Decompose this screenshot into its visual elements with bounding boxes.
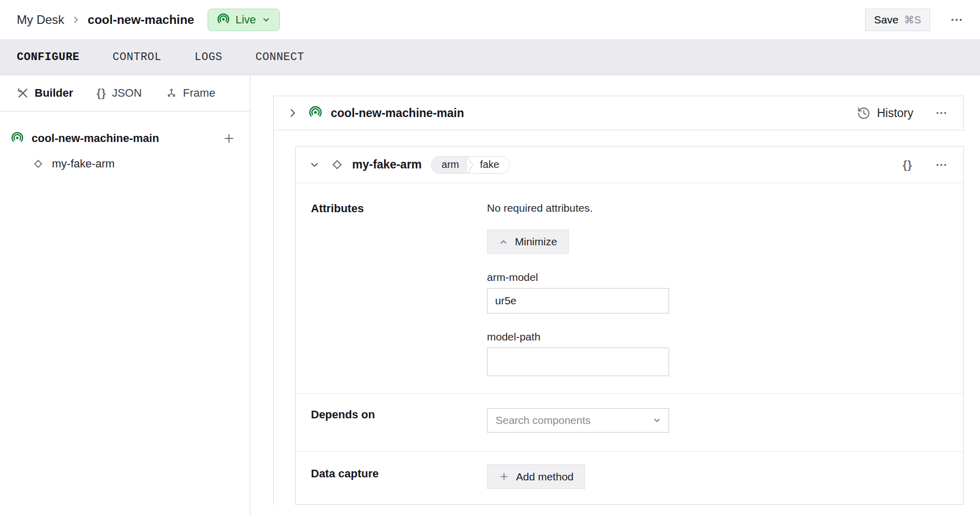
component-card-actions: {} (901, 156, 950, 174)
badge-divider-chevron (467, 157, 474, 173)
top-bar-actions: Save ⌘S (865, 9, 966, 31)
add-method-button[interactable]: Add method (487, 464, 585, 489)
expand-machine-button[interactable] (287, 107, 298, 119)
machine-status-badge[interactable]: Live (208, 9, 280, 31)
attributes-section-body: No required attributes. Minimize arm-mod… (487, 202, 963, 393)
no-required-attributes-text: No required attributes. (487, 202, 963, 214)
minimize-button[interactable]: Minimize (487, 230, 569, 254)
broadcast-icon (11, 132, 24, 145)
component-card: my-fake-arm arm fake {} (295, 146, 964, 505)
top-bar: My Desk cool-new-machine Live Save ⌘S (0, 0, 980, 39)
depends-on-label: Depends on (311, 408, 487, 451)
chevron-down-icon (262, 15, 271, 24)
plus-icon (499, 471, 509, 482)
view-tab-frame-label: Frame (183, 87, 216, 100)
machine-card: cool-new-machine-main History (273, 96, 964, 130)
tree-item-my-fake-arm[interactable]: my-fake-arm (0, 151, 250, 177)
tab-control[interactable]: CONTROL (112, 51, 161, 64)
depends-on-placeholder: Search components (496, 414, 591, 426)
machine-card-title: cool-new-machine-main (331, 106, 464, 120)
attributes-section: Attributes No required attributes. Minim… (296, 183, 963, 394)
data-capture-body: Add method (487, 464, 963, 505)
component-card-title: my-fake-arm (352, 158, 422, 171)
data-capture-label: Data capture (311, 464, 487, 505)
view-tab-frame[interactable]: Frame (165, 87, 216, 100)
tree-item-machine-main[interactable]: cool-new-machine-main (0, 126, 250, 151)
primary-tab-bar: CONFIGURE CONTROL LOGS CONNECT (0, 39, 980, 75)
main-content: cool-new-machine-main History (251, 75, 980, 515)
view-tab-json[interactable]: {} JSON (97, 87, 142, 100)
history-button[interactable]: History (857, 106, 913, 120)
badge-model-label: fake (474, 157, 509, 173)
add-component-button[interactable] (221, 131, 237, 146)
braces-icon: {} (97, 87, 106, 100)
diamond-icon (330, 158, 344, 171)
depends-on-select[interactable]: Search components (487, 408, 669, 433)
view-tab-builder-label: Builder (35, 87, 73, 100)
tab-logs[interactable]: LOGS (194, 51, 222, 64)
history-icon (857, 106, 871, 120)
broadcast-icon (217, 13, 230, 26)
model-path-label: model-path (487, 331, 963, 343)
attributes-section-label: Attributes (311, 202, 487, 393)
view-tab-json-label: JSON (112, 87, 142, 100)
view-mode-tabs: Builder {} JSON Frame (0, 75, 250, 111)
tab-connect[interactable]: CONNECT (255, 51, 304, 64)
tab-configure[interactable]: CONFIGURE (17, 51, 79, 64)
badge-type-label: arm (431, 157, 467, 173)
chevron-right-icon (71, 15, 80, 24)
chevron-down-icon (652, 416, 661, 425)
depends-on-section: Depends on Search components (296, 394, 963, 452)
app-window: My Desk cool-new-machine Live Save ⌘S (0, 0, 980, 515)
breadcrumb: My Desk cool-new-machine (17, 13, 194, 27)
diamond-icon (32, 158, 44, 170)
tree-item-machine-label: cool-new-machine-main (32, 132, 159, 145)
minimize-label: Minimize (515, 236, 557, 248)
machine-card-actions: History (857, 104, 950, 122)
save-button[interactable]: Save ⌘S (865, 9, 930, 31)
component-card-header: my-fake-arm arm fake {} (296, 147, 963, 183)
tree-connector-line (273, 130, 274, 505)
chevron-right-icon (287, 107, 298, 119)
machine-card-menu-button[interactable] (933, 104, 950, 122)
save-label: Save (874, 14, 899, 26)
tools-icon (17, 87, 29, 99)
component-card-menu-button[interactable] (933, 156, 950, 174)
header-overflow-menu-button[interactable] (947, 11, 966, 29)
component-tree: cool-new-machine-main my-fake-arm (0, 111, 250, 177)
plus-icon (222, 132, 236, 145)
status-label: Live (236, 13, 256, 26)
sidebar: Builder {} JSON Frame cool-new-machine-m… (0, 75, 250, 515)
add-method-label: Add method (516, 471, 573, 483)
breadcrumb-current: cool-new-machine (88, 13, 194, 27)
arm-model-input[interactable] (487, 288, 669, 313)
ellipsis-icon (949, 13, 964, 27)
history-label: History (877, 106, 913, 120)
collapse-component-button[interactable] (309, 159, 320, 170)
ellipsis-icon (935, 158, 948, 171)
data-capture-section: Data capture Add method (296, 452, 963, 505)
ellipsis-icon (935, 106, 948, 120)
view-tab-builder[interactable]: Builder (17, 87, 73, 100)
save-shortcut: ⌘S (904, 14, 921, 26)
component-json-button[interactable]: {} (901, 156, 914, 174)
component-type-badge: arm fake (431, 156, 510, 174)
tree-item-arm-label: my-fake-arm (52, 157, 114, 170)
chevron-up-icon (499, 237, 508, 247)
depends-on-body: Search components (487, 408, 963, 451)
arm-model-label: arm-model (487, 271, 963, 283)
model-path-input[interactable] (487, 348, 669, 376)
broadcast-icon (308, 106, 323, 120)
braces-icon: {} (903, 158, 912, 171)
frame-axes-icon (165, 87, 178, 99)
chevron-down-icon (309, 159, 320, 170)
breadcrumb-parent-link[interactable]: My Desk (17, 13, 64, 27)
